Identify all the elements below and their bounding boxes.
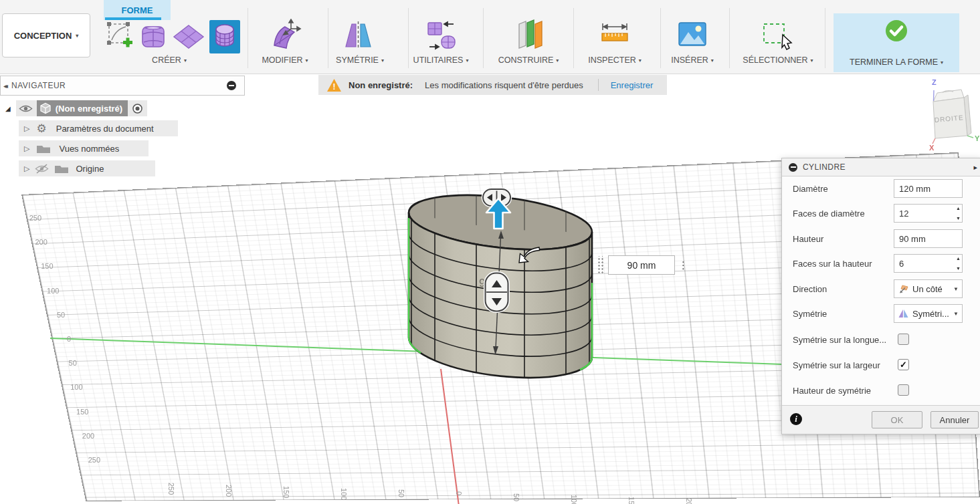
- insert-icon[interactable]: [678, 21, 707, 51]
- document-root-item[interactable]: (Non enregistré): [37, 100, 128, 116]
- activate-component-radio[interactable]: [128, 100, 147, 116]
- tree-item-label: Origine: [76, 164, 104, 174]
- grid-tick-label: 50: [58, 359, 77, 367]
- spinner-up-icon[interactable]: ▲: [956, 205, 961, 211]
- checkbox-row-symmetry-width: Symétrie sur la largeur ✓: [782, 359, 980, 371]
- tab-forme[interactable]: FORME: [104, 0, 171, 20]
- y-axis-label: Y: [975, 134, 980, 142]
- tree-item-document-settings[interactable]: ▷ ⚙ Paramètres du document: [19, 120, 178, 136]
- menu-modifier[interactable]: MODIFIER▾: [258, 55, 312, 66]
- checkbox-row-symmetry-height: Hauteur de symétrie ✓: [782, 384, 980, 396]
- field-row-height: Hauteur: [782, 229, 980, 248]
- symmetry-icon[interactable]: [344, 20, 375, 53]
- field-row-diameter-faces: Faces de diamètre ▲▼: [782, 204, 980, 223]
- menu-construire[interactable]: CONSTRUIRE▾: [494, 55, 563, 66]
- grid-tick-label: 50: [397, 489, 405, 497]
- eye-icon: [19, 104, 33, 114]
- utilities-icon[interactable]: [424, 19, 459, 55]
- minimize-panel-icon[interactable]: [227, 81, 236, 90]
- menu-creer[interactable]: CRÉER▾: [148, 55, 191, 66]
- save-link[interactable]: Enregistrer: [611, 80, 654, 90]
- document-name: (Non enregistré): [56, 104, 122, 114]
- grid-tick-label: 200: [685, 498, 693, 504]
- radio-selected-icon: [132, 103, 143, 114]
- finish-form-label: TERMINER LA FORME: [850, 57, 938, 67]
- info-icon[interactable]: i: [790, 413, 802, 425]
- height-dimension-input[interactable]: [608, 255, 675, 275]
- symmetry-dropdown[interactable]: Symétri... ▼: [894, 304, 963, 323]
- symmetry-length-checkbox[interactable]: ✓: [898, 334, 909, 345]
- more-options-icon[interactable]: ⋮: [678, 263, 688, 267]
- visibility-toggle[interactable]: [16, 100, 37, 116]
- menu-inserer[interactable]: INSÉRER▾: [667, 55, 718, 66]
- navigator-title: NAVIGATEUR: [11, 81, 227, 90]
- tree-item-named-views[interactable]: ▷ Vues nommées: [19, 140, 149, 156]
- cylinder-body[interactable]: 90.00: [375, 174, 689, 401]
- collapsed-arrow-icon[interactable]: ▷: [24, 124, 29, 133]
- tab-label: FORME: [122, 5, 153, 15]
- checkbox-label: Symétrie sur la longue...: [793, 335, 886, 345]
- group-divider: [660, 8, 661, 68]
- select-icon[interactable]: [761, 21, 797, 55]
- menu-utilitaires[interactable]: UTILITAIRES▾: [409, 55, 473, 66]
- spinner-down-icon[interactable]: ▼: [956, 215, 961, 221]
- chevron-down-icon: ▾: [639, 57, 642, 64]
- chevron-down-icon: ▾: [466, 57, 468, 64]
- symmetry-height-checkbox[interactable]: ✓: [898, 384, 909, 396]
- tree-root-row[interactable]: ◢ (Non enregistré): [5, 100, 147, 116]
- direction-dropdown[interactable]: Un côté ▼: [894, 279, 963, 298]
- expanded-arrow-icon[interactable]: ◢: [5, 105, 11, 112]
- field-label: Diamètre: [793, 184, 828, 194]
- cancel-button[interactable]: Annuler: [930, 411, 979, 428]
- view-cube[interactable]: DROITE Z Y X: [918, 77, 980, 153]
- dock-arrow-icon[interactable]: ▸: [973, 163, 977, 172]
- finish-form-button[interactable]: TERMINER LA FORME ▾: [834, 13, 959, 72]
- menu-inspecter[interactable]: INSPECTER▾: [584, 55, 646, 66]
- construct-icon[interactable]: [514, 19, 547, 55]
- height-input[interactable]: [894, 229, 963, 248]
- create-sketch-icon[interactable]: [106, 20, 134, 53]
- grid-tick-label: 0: [455, 491, 463, 495]
- collapse-dialog-icon[interactable]: [789, 163, 797, 172]
- group-divider: [729, 8, 730, 68]
- menu-symetrie[interactable]: SYMÉTRIE▾: [332, 55, 388, 66]
- height-spinner-handle[interactable]: [486, 273, 508, 311]
- dialog-header[interactable]: CYLINDRE ▸: [782, 158, 980, 176]
- grid-tick-label: 250: [167, 483, 175, 495]
- workspace-selector[interactable]: CONCEPTION ▾: [2, 13, 90, 57]
- field-label: Direction: [793, 284, 827, 294]
- eye-slash-icon[interactable]: [35, 164, 49, 174]
- grid-tick-label: 200: [29, 238, 47, 246]
- menu-selectionner[interactable]: SÉLECTIONNER▾: [739, 55, 817, 66]
- diameter-input[interactable]: [894, 179, 963, 198]
- field-row-height-faces: Faces sur la hauteur ▲▼: [782, 254, 980, 273]
- inspect-icon[interactable]: [599, 20, 630, 52]
- modify-form-icon[interactable]: [269, 19, 302, 55]
- group-divider: [573, 8, 574, 68]
- create-plane-icon[interactable]: [173, 24, 205, 52]
- spinner-down-icon[interactable]: ▼: [956, 265, 961, 271]
- chevron-down-icon: ▾: [811, 57, 813, 64]
- diameter-faces-input[interactable]: [894, 204, 963, 223]
- chevron-down-icon: ▾: [711, 57, 714, 64]
- group-divider: [825, 8, 825, 68]
- field-label: Symétrie: [793, 309, 827, 319]
- spinner-up-icon[interactable]: ▲: [956, 255, 961, 261]
- symmetry-width-checkbox[interactable]: ✓: [898, 359, 909, 370]
- collapsed-arrow-icon[interactable]: ▷: [24, 164, 29, 173]
- ok-button[interactable]: OK: [872, 411, 922, 428]
- tree-item-origin[interactable]: ▷ Origine: [19, 160, 155, 176]
- tree-item-label: Paramètres du document: [56, 124, 154, 134]
- collapse-panel-icon[interactable]: ◂◂: [3, 82, 6, 90]
- field-row-diameter: Diamètre: [782, 179, 980, 198]
- warning-message: Les modifications risquent d'être perdue…: [425, 80, 583, 90]
- create-box-icon[interactable]: [138, 21, 168, 54]
- collapsed-arrow-icon[interactable]: ▷: [24, 144, 29, 153]
- direction-one-side-icon: [898, 283, 909, 295]
- grid-tick-label: 100: [40, 287, 59, 295]
- grid-tick-label: 50: [46, 311, 65, 319]
- create-cylinder-icon[interactable]: [209, 20, 240, 53]
- height-faces-input[interactable]: [894, 254, 963, 273]
- drag-handle[interactable]: [597, 256, 605, 275]
- grid-tick-label: 150: [35, 262, 54, 270]
